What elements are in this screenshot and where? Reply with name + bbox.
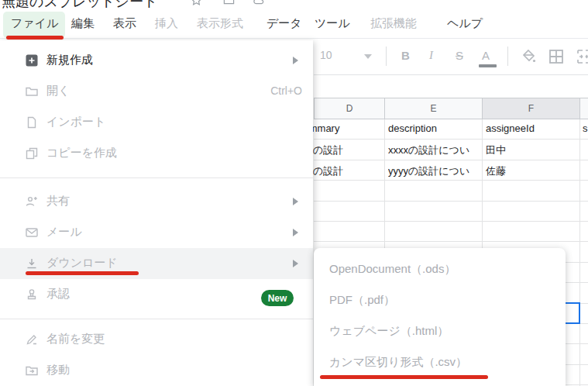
- borders-icon[interactable]: [548, 48, 565, 65]
- column-header-e[interactable]: E: [384, 98, 482, 119]
- menu-item-make-copy[interactable]: コピーを作成: [0, 138, 313, 169]
- move-folder-icon: [26, 364, 38, 377]
- submenu-arrow-icon: [293, 229, 298, 236]
- download-submenu: OpenDocument（.ods） PDF（.pdf） ウェブページ（.htm…: [314, 248, 566, 386]
- menu-format[interactable]: 表示形式: [197, 16, 243, 31]
- annotation-underline-csv: [320, 375, 488, 379]
- menu-file[interactable]: ファイル: [11, 16, 58, 31]
- menu-extensions[interactable]: 拡張機能: [370, 16, 417, 31]
- menu-item-email[interactable]: メール: [0, 217, 313, 248]
- menu-item-move[interactable]: 移動: [0, 355, 313, 386]
- approval-stamp-icon: [26, 288, 38, 301]
- column-header-f[interactable]: F: [482, 98, 579, 119]
- rename-pencil-icon: [26, 333, 38, 346]
- move-to-folder-icon[interactable]: [223, 0, 235, 6]
- menu-edit[interactable]: 編集: [71, 16, 95, 31]
- submenu-item-ods[interactable]: OpenDocument（.ods）: [314, 254, 566, 285]
- submenu-arrow-icon: [293, 57, 298, 64]
- menu-divider: [0, 319, 313, 319]
- submenu-item-csv[interactable]: カンマ区切り形式（.csv）: [314, 347, 566, 378]
- text-color-bar: [479, 64, 497, 67]
- menu-tools[interactable]: ツール: [315, 16, 350, 31]
- menu-bar: ファイル 編集 表示 挿入 表示形式 データ ツール 拡張機能 ヘルプ: [0, 10, 588, 39]
- font-size-dropdown-icon[interactable]: [364, 54, 372, 59]
- toolbar: 10 B I S A: [314, 40, 588, 75]
- menu-view[interactable]: 表示: [113, 16, 136, 31]
- fill-color-icon[interactable]: [520, 48, 537, 65]
- document-title[interactable]: 無題のスプレッドシート: [2, 0, 157, 10]
- toolbar-separator: [386, 47, 387, 66]
- new-file-icon: [26, 54, 38, 67]
- toolbar-separator: [507, 47, 508, 66]
- menu-item-share[interactable]: 共有: [0, 186, 313, 217]
- cell-e1[interactable]: description: [388, 122, 481, 134]
- menu-item-new[interactable]: 新規作成: [0, 45, 313, 76]
- cell-f1[interactable]: assigneeId: [486, 122, 535, 134]
- menu-insert[interactable]: 挿入: [155, 16, 178, 31]
- strikethrough-button[interactable]: S: [456, 49, 463, 62]
- bold-button[interactable]: B: [401, 49, 410, 62]
- menu-divider: [0, 177, 313, 178]
- annotation-underline-file: [6, 36, 64, 40]
- email-icon: [26, 226, 38, 239]
- shortcut-label: Ctrl+O: [270, 84, 302, 97]
- menu-data[interactable]: データ: [266, 16, 302, 31]
- copy-icon: [26, 147, 38, 160]
- new-badge: New: [261, 290, 294, 306]
- merge-cells-icon[interactable]: [576, 48, 588, 65]
- share-person-icon: [26, 195, 38, 208]
- submenu-item-pdf[interactable]: PDF（.pdf）: [314, 285, 566, 316]
- text-color-button[interactable]: A: [482, 49, 490, 62]
- grid-vertical-line: [579, 119, 580, 386]
- submenu-arrow-icon: [293, 198, 298, 205]
- cell-e3[interactable]: yyyyの設計につい: [388, 164, 481, 178]
- menu-item-rename[interactable]: 名前を変更: [0, 324, 313, 355]
- download-icon: [26, 257, 38, 270]
- menu-help[interactable]: ヘルプ: [447, 16, 483, 31]
- submenu-arrow-icon: [293, 260, 298, 267]
- menu-item-approval[interactable]: 承認 New: [0, 279, 313, 310]
- cell-e2[interactable]: xxxxの設計につい: [388, 143, 481, 157]
- cloud-status-icon[interactable]: [253, 0, 265, 6]
- annotation-underline-download: [26, 271, 139, 275]
- import-file-icon: [26, 116, 38, 129]
- cell-g1-partial[interactable]: s: [583, 122, 588, 134]
- google-sheets-window: 無題のスプレッドシート ファイル 編集 表示 挿入 表示形式 データ ツール 拡…: [0, 0, 588, 386]
- title-bar: 無題のスプレッドシート: [0, 0, 588, 10]
- submenu-item-html[interactable]: ウェブページ（.html）: [314, 316, 566, 347]
- file-menu-dropdown: 新規作成 開く Ctrl+O インポート コピーを作成: [0, 40, 313, 386]
- star-icon[interactable]: [191, 0, 202, 6]
- column-header-g-partial[interactable]: [579, 98, 588, 119]
- font-size-value[interactable]: 10: [320, 49, 332, 61]
- column-header-d[interactable]: D: [314, 98, 384, 119]
- cell-f2[interactable]: 田中: [486, 143, 506, 157]
- folder-open-icon: [26, 85, 38, 98]
- cell-f3[interactable]: 佐藤: [486, 164, 506, 178]
- menu-item-import[interactable]: インポート: [0, 107, 313, 138]
- menu-item-open[interactable]: 開く Ctrl+O: [0, 76, 313, 107]
- italic-button[interactable]: I: [429, 49, 433, 62]
